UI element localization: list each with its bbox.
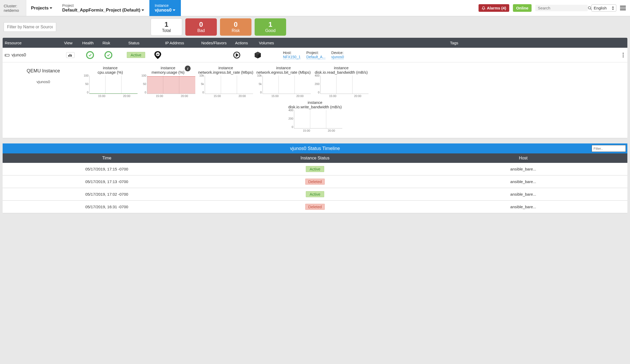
filter-input[interactable] bbox=[4, 22, 56, 32]
caret-down-icon bbox=[50, 7, 52, 9]
timeline-filter-input[interactable] bbox=[592, 145, 626, 152]
resource-row: vjunos0 Active IP Host: NFX bbox=[3, 48, 627, 62]
hdr-health: Health bbox=[79, 41, 97, 45]
hdr-risk: Risk bbox=[97, 41, 116, 45]
chart-egress[interactable]: instance network.egress.bit_rate (Mbps) … bbox=[255, 66, 312, 98]
summary-cards: 1 Total 0 Bad 0 Risk 1 Good bbox=[151, 18, 286, 36]
hdr-status: Status bbox=[116, 41, 152, 45]
card-bad[interactable]: 0 Bad bbox=[185, 18, 217, 36]
tag-host-value[interactable]: NFX150_1 bbox=[283, 55, 301, 59]
resource-name[interactable]: vjunos0 bbox=[12, 53, 26, 57]
card-total-num: 1 bbox=[165, 21, 168, 28]
tl-time: 05/17/2019, 17:15 -0700 bbox=[3, 167, 211, 171]
hdr-nf: Nodes/Flavors bbox=[197, 41, 231, 45]
timeline-row: 05/17/2019, 17:15 -0700 Active ansible_b… bbox=[3, 163, 627, 175]
timeline-header: vjunos0 Status Timeline bbox=[3, 143, 627, 153]
tl-time: 05/17/2019, 17:02 -0700 bbox=[3, 192, 211, 196]
hdr-ip: IP Address bbox=[152, 41, 197, 45]
card-risk-lbl: Risk bbox=[232, 28, 240, 33]
qemu-title: QEMU Instance bbox=[5, 68, 81, 74]
chart-cpu[interactable]: instance cpu.usage (%) 100500 15:0020:00 bbox=[81, 66, 139, 98]
qemu-name: vjunos0 bbox=[5, 79, 81, 84]
chart-disk-read-plot: 4002000 bbox=[320, 76, 369, 94]
hdr-resource: Resource bbox=[3, 41, 58, 45]
card-risk-num: 0 bbox=[234, 21, 238, 28]
tl-status-badge: Deleted bbox=[305, 179, 325, 185]
tl-col-host: Host bbox=[419, 156, 627, 160]
svg-point-14 bbox=[623, 53, 624, 54]
online-button[interactable]: Online bbox=[513, 4, 532, 12]
view-chart-button[interactable] bbox=[66, 52, 75, 58]
risk-ok-icon bbox=[104, 51, 112, 59]
language-selector[interactable]: English bbox=[591, 4, 616, 12]
tl-time: 05/17/2019, 17:13 -0700 bbox=[3, 179, 211, 184]
tl-host: ansible_bare... bbox=[419, 205, 627, 209]
tl-host: ansible_bare... bbox=[419, 192, 627, 196]
chart-disk-write-plot: 4002000 bbox=[294, 110, 342, 129]
tl-status-badge: Active bbox=[306, 166, 324, 172]
chart-memory[interactable]: i instance memory.usage (%) 100500 15:00… bbox=[139, 66, 197, 98]
projects-label: Projects bbox=[31, 6, 49, 11]
summary-row: 1 Total 0 Bad 0 Risk 1 Good bbox=[0, 16, 630, 38]
svg-point-15 bbox=[623, 55, 624, 56]
alarms-label: Alarms (4) bbox=[487, 6, 506, 10]
svg-marker-13 bbox=[236, 54, 238, 56]
chart-disk-write[interactable]: instance disk.io.write_bandwidth (mB/s) … bbox=[286, 100, 344, 132]
health-ok-icon bbox=[86, 51, 94, 59]
project-label: Project bbox=[62, 3, 144, 8]
chart-ingress-plot: 10k5k0 bbox=[205, 76, 253, 94]
svg-point-16 bbox=[623, 56, 624, 57]
cube-icon[interactable] bbox=[254, 51, 283, 59]
tl-host: ansible_bare... bbox=[419, 179, 627, 184]
project-selector[interactable]: Project Default_AppFormix_Project (Defau… bbox=[57, 0, 149, 16]
chart-cpu-plot: 100500 bbox=[89, 76, 138, 94]
harddisk-icon bbox=[5, 53, 9, 57]
kebab-icon bbox=[623, 53, 624, 57]
search-box[interactable] bbox=[535, 5, 588, 11]
charts-panel: QEMU Instance vjunos0 instance cpu.usage… bbox=[3, 62, 627, 138]
tl-status-badge: Deleted bbox=[305, 204, 325, 210]
instance-label: Instance bbox=[155, 3, 176, 8]
card-good-num: 1 bbox=[269, 21, 272, 28]
row-menu-button[interactable] bbox=[621, 53, 625, 57]
card-good[interactable]: 1 Good bbox=[255, 18, 286, 36]
top-nav: Cluster: netdemo Projects Project Defaul… bbox=[0, 0, 630, 16]
bar-chart-icon bbox=[68, 53, 73, 57]
tag-host-key: Host: bbox=[283, 51, 301, 55]
svg-rect-8 bbox=[70, 54, 70, 57]
instance-value: vjunos0 bbox=[155, 8, 176, 13]
tag-device-value[interactable]: vjunos0 bbox=[331, 55, 344, 59]
hdr-view: View bbox=[58, 41, 79, 45]
cluster-selector[interactable]: Cluster: netdemo bbox=[0, 0, 26, 16]
svg-point-0 bbox=[588, 7, 591, 9]
tag-project-value[interactable]: Default_A... bbox=[306, 55, 326, 59]
timeline-row: 05/17/2019, 17:13 -0700 Deleted ansible_… bbox=[3, 175, 627, 188]
alarms-button[interactable]: Alarms (4) bbox=[479, 4, 509, 12]
select-arrows-icon bbox=[612, 6, 614, 10]
status-badge: Active bbox=[127, 52, 145, 58]
card-risk[interactable]: 0 Risk bbox=[220, 18, 251, 36]
info-icon[interactable]: i bbox=[185, 66, 191, 71]
card-total[interactable]: 1 Total bbox=[151, 18, 182, 36]
play-circle-icon[interactable] bbox=[233, 51, 254, 59]
tags-column: Host: NFX150_1 Project: Default_A... Dev… bbox=[283, 51, 621, 59]
tl-col-status: Instance Status bbox=[211, 156, 419, 160]
tl-status-badge: Active bbox=[306, 191, 324, 197]
hdr-tags: Tags bbox=[281, 41, 627, 45]
svg-rect-4 bbox=[620, 9, 626, 10]
tl-host: ansible_bare... bbox=[419, 167, 627, 171]
card-bad-num: 0 bbox=[199, 21, 203, 28]
ip-marker-icon[interactable]: IP bbox=[154, 51, 199, 59]
timeline-title: vjunos0 Status Timeline bbox=[290, 146, 340, 151]
chart-disk-read[interactable]: instance disk.io.read_bandwidth (mB/s) 4… bbox=[312, 66, 370, 98]
card-total-lbl: Total bbox=[162, 28, 171, 33]
caret-down-icon bbox=[141, 9, 144, 11]
chart-ingress[interactable]: instance network.ingress.bit_rate (Mbps)… bbox=[197, 66, 255, 98]
projects-dropdown[interactable]: Projects bbox=[26, 0, 57, 16]
svg-rect-9 bbox=[71, 55, 72, 57]
instance-selector[interactable]: Instance vjunos0 bbox=[149, 0, 181, 16]
search-input[interactable] bbox=[538, 6, 588, 10]
resource-table-header: Resource View Health Risk Status IP Addr… bbox=[3, 38, 627, 48]
timeline-row: 05/17/2019, 17:02 -0700 Active ansible_b… bbox=[3, 188, 627, 201]
menu-button[interactable] bbox=[620, 6, 626, 10]
